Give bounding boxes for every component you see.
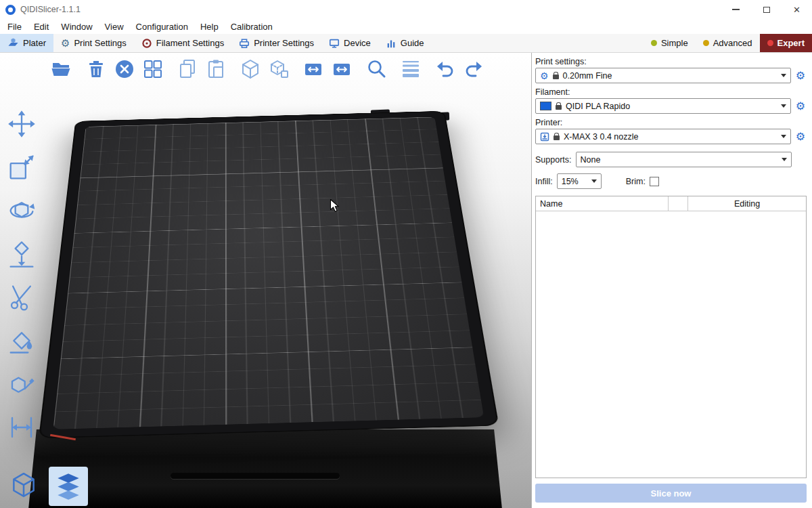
seam-pencil-icon — [7, 370, 36, 398]
menu-file[interactable]: File — [1, 22, 28, 32]
column-name: Name — [536, 196, 669, 211]
print-settings-combo[interactable]: ⚙ 0.20mm Fine — [535, 68, 791, 83]
filament-combo[interactable]: QIDI PLA Rapido — [535, 98, 791, 114]
chevron-down-icon — [591, 179, 597, 183]
place-on-face-tool[interactable] — [5, 238, 38, 270]
delete-button[interactable] — [85, 57, 108, 81]
scale-icon — [7, 153, 36, 182]
print-settings-label: Print settings: — [535, 57, 807, 66]
menu-help[interactable]: Help — [194, 22, 225, 32]
edit-print-settings-button[interactable]: ⚙ — [794, 70, 807, 81]
minimize-button[interactable] — [721, 0, 751, 19]
split-to-objects-button[interactable] — [239, 57, 262, 81]
maximize-button[interactable] — [751, 0, 782, 19]
print-bed-grid — [53, 117, 484, 429]
mode-advanced[interactable]: Advanced — [696, 34, 760, 52]
supports-combo[interactable]: None — [576, 152, 792, 167]
delete-all-button[interactable] — [113, 57, 136, 81]
move-icon — [7, 110, 36, 138]
place-on-face-icon — [7, 240, 36, 268]
chevron-down-icon — [781, 74, 786, 77]
lock-icon — [556, 105, 562, 110]
filament-spool-icon — [141, 38, 152, 49]
mode-expert[interactable]: Expert — [760, 34, 812, 52]
split-objects-icon — [240, 58, 261, 80]
arrange-button[interactable] — [141, 57, 164, 81]
undo-button[interactable] — [434, 57, 457, 81]
brim-checkbox[interactable] — [650, 177, 659, 186]
infill-label: Infill: — [535, 177, 553, 186]
object-list[interactable]: Name Editing — [535, 196, 807, 478]
variable-layer-height-button[interactable] — [399, 57, 422, 81]
gizmo-toolbar — [5, 108, 38, 443]
plater-toolbar — [50, 57, 485, 81]
3d-editor-view-icon — [8, 471, 39, 502]
redo-button[interactable] — [462, 57, 485, 81]
filament-color-swatch — [540, 102, 551, 110]
remove-instance-icon — [331, 58, 353, 80]
menu-edit[interactable]: Edit — [28, 22, 55, 32]
split-to-parts-button[interactable] — [267, 57, 290, 81]
menu-calibration[interactable]: Calibration — [225, 22, 279, 32]
plater-icon — [7, 37, 19, 49]
rotate-icon — [7, 196, 36, 225]
menu-configuration[interactable]: Configuration — [130, 22, 194, 32]
measure-tool[interactable] — [5, 412, 38, 443]
sliced-preview-icon — [53, 471, 84, 502]
lock-icon — [553, 75, 559, 79]
column-extruder — [669, 196, 688, 211]
object-list-body[interactable] — [536, 211, 806, 478]
plater-3d-viewport[interactable] — [0, 53, 531, 508]
print-bed-front — [28, 429, 502, 508]
paint-supports-tool[interactable] — [5, 325, 38, 356]
add-instance-button[interactable] — [302, 57, 325, 81]
title-bar: QIDISlicer-1.1.1 ✕ — [0, 0, 812, 19]
scale-tool[interactable] — [5, 152, 38, 183]
tab-plater[interactable]: Plater — [0, 34, 53, 52]
mode-simple[interactable]: Simple — [644, 34, 696, 52]
printer-icon — [239, 38, 250, 49]
infill-combo[interactable]: 15% — [557, 173, 602, 189]
remove-instance-button[interactable] — [330, 57, 353, 81]
expert-mode-dot-icon — [767, 40, 773, 46]
seam-tool[interactable] — [5, 368, 38, 400]
tab-filament-settings[interactable]: Filament Settings — [134, 34, 231, 52]
bed-handle — [171, 473, 340, 479]
menu-window[interactable]: Window — [55, 22, 98, 32]
chevron-down-icon — [781, 135, 786, 138]
minimize-icon — [732, 9, 740, 10]
copy-icon — [177, 58, 198, 80]
editor-view-button[interactable] — [4, 467, 43, 506]
guide-icon — [386, 38, 397, 49]
advanced-mode-dot-icon — [703, 40, 709, 46]
tab-bar: Plater ⚙ Print Settings Filament Setting… — [0, 34, 812, 53]
folder-open-icon — [51, 58, 72, 80]
paste-button[interactable] — [204, 57, 227, 81]
tab-device[interactable]: Device — [321, 34, 378, 52]
move-tool[interactable] — [5, 108, 38, 140]
tab-guide[interactable]: Guide — [378, 34, 432, 52]
edit-filament-button[interactable]: ⚙ — [794, 101, 807, 112]
menu-view[interactable]: View — [99, 22, 130, 32]
copy-button[interactable] — [176, 57, 199, 81]
printer-mini-icon — [540, 132, 549, 142]
rotate-tool[interactable] — [5, 195, 38, 226]
tab-printer-settings[interactable]: Printer Settings — [231, 34, 321, 52]
cut-tool[interactable] — [5, 282, 38, 313]
slice-now-button[interactable]: Slice now — [535, 484, 807, 503]
preset-gear-icon: ⚙ — [540, 71, 549, 81]
edit-printer-button[interactable]: ⚙ — [794, 131, 807, 142]
add-instance-icon — [302, 58, 324, 80]
chevron-down-icon — [782, 158, 787, 161]
open-button[interactable] — [50, 57, 73, 81]
preview-view-button[interactable] — [49, 467, 88, 506]
window-title: QIDISlicer-1.1.1 — [20, 5, 81, 14]
printer-combo[interactable]: X-MAX 3 0.4 nozzle — [535, 129, 791, 144]
close-button[interactable]: ✕ — [782, 0, 812, 19]
print-bed — [40, 112, 497, 438]
measure-icon — [7, 413, 36, 442]
filament-label: Filament: — [535, 87, 807, 97]
undo-icon — [434, 58, 456, 80]
tab-print-settings[interactable]: ⚙ Print Settings — [53, 34, 134, 52]
search-button[interactable] — [365, 57, 388, 81]
